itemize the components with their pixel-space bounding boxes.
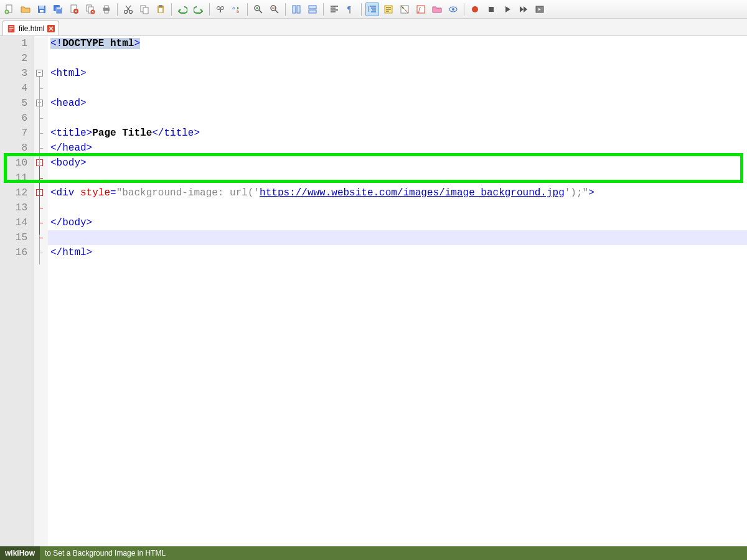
highlight-button[interactable] <box>382 2 395 16</box>
toolbar-separator <box>117 3 118 16</box>
toolbar-separator <box>323 3 324 16</box>
show-symbols-button[interactable]: ¶ <box>344 2 357 16</box>
find-button[interactable] <box>214 2 227 16</box>
sync-h-icon <box>308 4 317 14</box>
code-token: </html> <box>50 247 92 258</box>
code-editor[interactable]: 1234567810111213141516 −−−− <!DOCTYPE ht… <box>0 36 747 546</box>
svg-rect-29 <box>293 6 296 13</box>
print-button[interactable] <box>100 2 113 16</box>
code-line[interactable] <box>48 200 747 215</box>
footer-title: to Set a Background Image in HTML <box>40 549 171 558</box>
code-line[interactable]: <div style="background-image: url('https… <box>48 185 747 200</box>
sync-v-button[interactable] <box>289 2 303 16</box>
line-number-gutter: 1234567810111213141516 <box>0 36 34 546</box>
save-all-button[interactable] <box>51 2 65 16</box>
function-list-button[interactable]: f <box>414 2 428 16</box>
folder-icon <box>432 4 442 14</box>
zoom-out-button[interactable] <box>268 2 281 16</box>
line-number: 7 <box>0 126 27 141</box>
main-toolbar: ab¶f <box>0 0 747 19</box>
svg-point-36 <box>402 6 404 8</box>
code-token: </head> <box>50 142 92 154</box>
code-line[interactable]: </body> <box>48 215 747 230</box>
folder-button[interactable] <box>430 2 444 16</box>
svg-rect-31 <box>309 6 316 9</box>
code-line[interactable] <box>48 111 747 126</box>
code-line[interactable] <box>48 170 747 185</box>
record-icon <box>470 4 480 14</box>
record-button[interactable] <box>468 2 482 16</box>
code-line[interactable]: </head> <box>48 141 747 156</box>
text-align-button[interactable] <box>327 2 341 16</box>
code-area[interactable]: <!DOCTYPE html><html><head><title>Page T… <box>48 36 747 546</box>
code-token: = <box>110 187 116 198</box>
svg-rect-3 <box>39 6 44 9</box>
cut-icon <box>123 4 133 14</box>
toolbar-separator <box>464 3 464 16</box>
undo-button[interactable] <box>176 2 189 16</box>
code-token: > <box>134 38 140 49</box>
code-line[interactable]: <title>Page Title</title> <box>48 126 747 141</box>
code-token: </title> <box>152 128 200 139</box>
file-tab[interactable]: file.html <box>2 21 59 35</box>
open-file-button[interactable] <box>19 2 32 16</box>
code-line[interactable]: <html> <box>48 66 747 81</box>
svg-rect-19 <box>143 7 148 14</box>
code-line[interactable]: <!DOCTYPE html> <box>48 36 747 51</box>
close-file-button[interactable] <box>67 2 81 16</box>
indent-guide-button[interactable] <box>365 2 379 16</box>
stop-button[interactable] <box>484 2 498 16</box>
cut-button[interactable] <box>121 2 135 16</box>
run-macro-button[interactable] <box>533 2 547 16</box>
close-all-button[interactable] <box>83 2 97 16</box>
code-line[interactable] <box>48 230 747 245</box>
code-token: https://www.website.com/images/image_bac… <box>260 187 565 198</box>
text-align-icon <box>329 4 339 14</box>
code-token: <html> <box>50 68 87 79</box>
code-line[interactable]: <head> <box>48 96 747 111</box>
zoom-in-button[interactable] <box>251 2 265 16</box>
preview-button[interactable] <box>446 2 460 16</box>
toolbar-separator <box>361 3 362 16</box>
new-file-button[interactable] <box>2 2 16 16</box>
svg-rect-21 <box>159 5 162 7</box>
svg-rect-7 <box>57 7 61 9</box>
line-number: 12 <box>0 185 27 200</box>
code-line[interactable] <box>48 81 747 96</box>
code-token: Page Title <box>92 128 152 139</box>
paste-button[interactable] <box>154 2 167 16</box>
highlight-icon <box>383 4 393 14</box>
code-token: <! <box>50 38 62 49</box>
copy-button[interactable] <box>138 2 151 16</box>
copy-icon <box>139 4 149 14</box>
print-icon <box>101 4 111 14</box>
svg-text:b: b <box>237 9 239 14</box>
svg-rect-4 <box>40 10 44 12</box>
code-line[interactable]: <body> <box>48 156 747 170</box>
svg-rect-45 <box>9 26 14 27</box>
play-button[interactable] <box>500 2 514 16</box>
sync-h-button[interactable] <box>306 2 319 16</box>
fold-toggle[interactable]: − <box>36 70 43 77</box>
save-file-button[interactable] <box>35 2 49 16</box>
line-number: 8 <box>0 141 27 156</box>
svg-rect-30 <box>297 6 300 13</box>
code-token: > <box>588 187 594 198</box>
svg-rect-46 <box>9 28 14 29</box>
open-file-icon <box>21 4 31 14</box>
svg-rect-32 <box>309 10 316 13</box>
close-tab-icon[interactable] <box>47 25 55 32</box>
svg-point-40 <box>452 8 454 11</box>
code-line[interactable] <box>48 51 747 66</box>
paste-icon <box>156 4 166 14</box>
replace-button[interactable]: ab <box>230 2 243 16</box>
fast-button[interactable] <box>517 2 530 16</box>
line-number: 13 <box>0 200 27 215</box>
redo-button[interactable] <box>192 2 205 16</box>
code-line[interactable]: </html> <box>48 245 747 260</box>
replace-icon: ab <box>232 4 242 14</box>
svg-rect-14 <box>105 6 108 8</box>
file-icon <box>7 24 16 33</box>
user-lang-button[interactable] <box>398 2 411 16</box>
line-number: 10 <box>0 156 27 170</box>
